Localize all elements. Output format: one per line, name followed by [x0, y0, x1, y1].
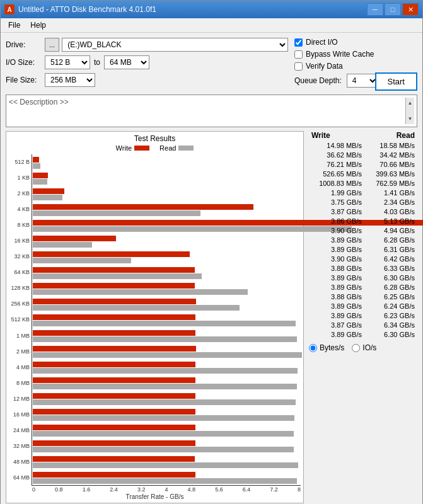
read-bar-13 [33, 368, 298, 374]
write-bar-6 [33, 251, 190, 257]
drive-select[interactable]: (E:)WD_BLACK [62, 38, 288, 52]
result-row-6: 3.75 GB/s2.34 GB/s [309, 198, 417, 207]
bar-row-14 [33, 375, 301, 391]
write-bar-17 [33, 425, 195, 430]
write-bar-13 [33, 362, 195, 367]
results-rows: 14.98 MB/s18.58 MB/s36.62 MB/s34.42 MB/s… [309, 141, 417, 340]
direct-io-row: Direct I/O [294, 38, 417, 47]
read-bar-14 [33, 384, 297, 389]
read-bar-12 [33, 352, 302, 358]
read-legend-color [178, 146, 194, 151]
result-row-17: 3.89 GB/s6.24 GB/s [309, 302, 417, 311]
ios-radio-label[interactable]: IO/s [352, 343, 376, 352]
main-content: Drive: ... (E:)WD_BLACK I/O Size: 512 B … [1, 33, 422, 504]
result-row-1: 36.62 MB/s34.42 MB/s [309, 151, 417, 160]
menu-file[interactable]: File [3, 20, 25, 31]
right-panel: Direct I/O Bypass Write Cache Verify Dat… [294, 38, 417, 91]
io-from-select[interactable]: 512 B [45, 55, 90, 69]
result-row-12: 3.90 GB/s6.42 GB/s [309, 255, 417, 264]
drive-label: Drive: [6, 40, 45, 49]
main-window: A Untitled - ATTO Disk Benchmark 4.01.0f… [0, 0, 423, 504]
bar-row-13 [33, 360, 301, 375]
result-row-3: 526.65 MB/s399.63 MB/s [309, 169, 417, 179]
read-bar-18 [33, 447, 294, 452]
scroll-down-arrow[interactable]: ▼ [407, 115, 414, 123]
units-row: Bytes/s IO/s [309, 343, 417, 352]
read-bar-8 [33, 289, 248, 295]
verify-data-label: Verify Data [306, 62, 343, 71]
result-row-10: 3.89 GB/s6.28 GB/s [309, 236, 417, 245]
menu-help[interactable]: Help [25, 20, 51, 31]
write-legend-color [134, 146, 149, 151]
chart-area: Test Results Write Read 512 B [6, 131, 304, 503]
file-size-label: File Size: [6, 76, 45, 84]
results-write-header: Write [311, 131, 330, 140]
write-bar-2 [33, 188, 64, 194]
results-header: Write Read [309, 131, 417, 140]
read-legend: Read [159, 144, 194, 152]
bytes-radio-label[interactable]: Bytes/s [309, 343, 344, 352]
bar-row-11 [33, 328, 301, 343]
close-button[interactable]: ✕ [402, 3, 419, 16]
maximize-button[interactable]: □ [385, 3, 401, 16]
read-bar-11 [33, 336, 297, 342]
write-bar-7 [33, 267, 195, 273]
verify-data-checkbox[interactable] [294, 62, 303, 71]
read-bar-1 [33, 179, 47, 185]
read-bar-10 [33, 321, 296, 326]
app-icon: A [4, 4, 14, 14]
drive-row: Drive: ... (E:)WD_BLACK [6, 38, 288, 52]
title-bar: A Untitled - ATTO Disk Benchmark 4.01.0f… [1, 1, 422, 18]
bar-row-2 [33, 186, 301, 202]
result-row-0: 14.98 MB/s18.58 MB/s [309, 141, 417, 151]
result-row-18: 3.89 GB/s6.23 GB/s [309, 311, 417, 321]
queue-depth-select[interactable]: 4 [347, 74, 378, 88]
file-size-row: File Size: 256 MB [6, 73, 288, 87]
result-row-9: 3.90 GB/s4.94 GB/s [309, 226, 417, 236]
bar-row-7 [33, 265, 301, 280]
queue-depth-label: Queue Depth: [294, 76, 342, 85]
write-bar-20 [33, 472, 195, 478]
read-bar-6 [33, 258, 131, 263]
file-size-select[interactable]: 256 MB [45, 73, 95, 87]
bar-row-9 [33, 297, 301, 312]
minimize-button[interactable]: ─ [367, 3, 383, 16]
results-panel: Write Read 14.98 MB/s18.58 MB/s36.62 MB/… [304, 131, 417, 503]
direct-io-checkbox[interactable] [294, 38, 303, 47]
ios-label: IO/s [362, 343, 376, 352]
read-bar-7 [33, 273, 202, 279]
bypass-write-cache-checkbox[interactable] [294, 50, 303, 59]
read-bar-20 [33, 478, 297, 484]
bar-row-18 [33, 438, 301, 454]
result-row-2: 76.21 MB/s70.66 MB/s [309, 160, 417, 169]
bytes-radio[interactable] [309, 344, 317, 352]
ios-radio[interactable] [352, 344, 360, 352]
scroll-up-arrow[interactable]: ▲ [407, 99, 414, 107]
bar-row-8 [33, 281, 301, 296]
read-bar-16 [33, 415, 294, 421]
result-row-14: 3.89 GB/s6.30 GB/s [309, 273, 417, 283]
verify-data-row: Verify Data [294, 62, 417, 71]
bar-row-3 [33, 202, 301, 217]
result-row-19: 3.87 GB/s6.34 GB/s [309, 321, 417, 330]
io-to-label: to [94, 58, 100, 67]
bar-row-15 [33, 391, 301, 406]
io-to-select[interactable]: 64 MB [104, 55, 149, 69]
browse-button[interactable]: ... [45, 38, 59, 52]
read-bar-19 [33, 462, 298, 468]
result-row-5: 1.99 GB/s1.41 GB/s [309, 188, 417, 198]
results-read-header: Read [397, 131, 415, 140]
bar-row-19 [33, 454, 301, 469]
bar-row-4 [33, 218, 301, 233]
result-row-13: 3.88 GB/s6.33 GB/s [309, 264, 417, 273]
result-row-16: 3.88 GB/s6.25 GB/s [309, 292, 417, 302]
read-bar-5 [33, 242, 92, 248]
read-legend-label: Read [159, 144, 176, 152]
result-row-7: 3.87 GB/s4.03 GB/s [309, 207, 417, 217]
result-row-15: 3.89 GB/s6.28 GB/s [309, 283, 417, 292]
io-size-row: I/O Size: 512 B to 64 MB [6, 55, 288, 69]
bar-chart [32, 154, 301, 486]
start-button[interactable]: Start [375, 72, 417, 91]
write-bar-18 [33, 440, 195, 446]
description-text: << Description >> [9, 98, 405, 124]
